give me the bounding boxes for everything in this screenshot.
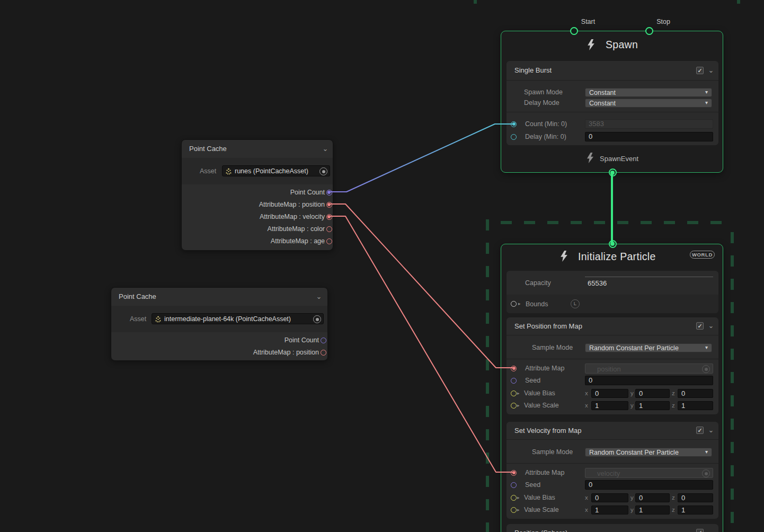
output-port-point-count[interactable] (321, 338, 326, 343)
output-port-attributemap-position[interactable] (326, 202, 332, 208)
axis-label-z: z (672, 388, 675, 398)
node-header[interactable]: Point Cache (182, 140, 333, 158)
input-port-bounds[interactable] (511, 301, 517, 307)
lightning-icon (586, 153, 594, 163)
block-enabled-checkbox[interactable] (696, 322, 704, 330)
local-space-badge[interactable]: L (571, 299, 580, 308)
position-sphere-block[interactable]: Position (Sphere) (507, 524, 718, 532)
point-cache-asset-icon (225, 167, 232, 174)
sample-mode-value: Random Constant Per Particle (589, 344, 679, 352)
axis-label-y: y (630, 401, 634, 410)
input-port-value-bias[interactable] (511, 495, 517, 501)
delay-mode-label: Delay Mode (524, 98, 559, 108)
value-bias-z-field[interactable]: 0 (678, 389, 713, 398)
expander-triangle-icon[interactable] (517, 505, 520, 515)
value-scale-x-field[interactable]: 1 (591, 401, 628, 410)
output-label-attributemap-velocity: AttributeMap : velocity (260, 212, 325, 221)
output-port-attributemap-color[interactable] (326, 226, 332, 232)
expander-triangle-icon[interactable] (518, 299, 521, 308)
object-picker-icon[interactable] (702, 469, 710, 477)
value-bias-z-field[interactable]: 0 (678, 493, 713, 502)
world-space-badge[interactable]: WORLD (690, 251, 715, 259)
output-port-attributemap-position[interactable] (321, 350, 326, 356)
lightning-icon (559, 251, 568, 262)
block-chevron-icon[interactable] (707, 322, 715, 330)
sample-mode-label: Sample Mode (532, 447, 573, 457)
input-port-seed[interactable] (511, 378, 517, 384)
value-scale-z-field[interactable]: 1 (678, 401, 713, 410)
flow-input-port-start[interactable] (570, 27, 578, 35)
output-port-attributemap-age[interactable] (326, 238, 332, 244)
asset-label: Asset (200, 166, 216, 176)
outputs-section: Point Count AttributeMap : position Attr… (182, 184, 333, 250)
asset-object-field[interactable]: runes (PointCacheAsset) (222, 165, 330, 176)
flow-output-port-spawnevent[interactable] (609, 169, 617, 176)
point-cache-node-planet[interactable]: Point Cache Asset intermediate-planet-64… (111, 287, 328, 360)
asset-label: Asset (130, 314, 146, 324)
seed-label: Seed (525, 376, 540, 385)
input-port-attribute-map[interactable] (511, 470, 517, 476)
delay-mode-dropdown[interactable]: Constant (585, 99, 712, 108)
edge-point-count-to-count[interactable] (330, 124, 513, 192)
value-bias-x-field[interactable]: 0 (591, 389, 628, 398)
expander-triangle-icon[interactable] (517, 401, 520, 410)
spawn-mode-dropdown[interactable]: Constant (585, 88, 712, 97)
edge-velocity-to-attribute-map[interactable] (330, 216, 513, 472)
value-bias-label: Value Bias (524, 388, 555, 398)
sample-mode-dropdown[interactable]: Random Constant Per Particle (585, 448, 712, 457)
capacity-field[interactable]: 65536 (585, 277, 713, 289)
input-port-value-bias[interactable] (511, 391, 517, 396)
input-port-delay[interactable] (511, 134, 517, 140)
set-velocity-from-map-block[interactable]: Set Velocity from Map Sample Mode Random… (507, 422, 718, 519)
expander-triangle-icon[interactable] (517, 493, 520, 502)
block-enabled-checkbox[interactable] (696, 529, 704, 532)
delay-field[interactable]: 0 (585, 132, 713, 141)
value-scale-x-field[interactable]: 1 (591, 506, 628, 515)
flow-input-port[interactable] (609, 240, 617, 248)
output-port-point-count[interactable] (326, 190, 332, 196)
seed-field[interactable]: 0 (585, 376, 713, 385)
input-port-count[interactable] (511, 121, 517, 127)
object-picker-icon[interactable] (702, 365, 710, 373)
value-scale-z-field[interactable]: 1 (678, 506, 713, 515)
output-port-attributemap-velocity[interactable] (326, 214, 332, 220)
value-scale-label: Value Scale (524, 505, 559, 515)
seed-field[interactable]: 0 (585, 480, 713, 490)
axis-label-z: z (672, 401, 675, 410)
spawn-context-node[interactable]: Start Stop Spawn Single Burst Spawn Mode… (501, 31, 723, 173)
object-picker-icon[interactable] (313, 315, 321, 323)
attribute-map-field[interactable]: velocity (585, 468, 713, 478)
input-port-seed[interactable] (511, 482, 517, 488)
value-bias-x-field[interactable]: 0 (591, 493, 628, 502)
block-enabled-checkbox[interactable] (696, 427, 704, 434)
input-port-value-scale[interactable] (511, 403, 517, 409)
block-chevron-icon[interactable] (707, 427, 715, 434)
expander-triangle-icon[interactable] (517, 388, 520, 398)
block-chevron-icon[interactable] (707, 67, 715, 74)
input-port-value-scale[interactable] (511, 507, 517, 513)
input-port-attribute-map[interactable] (511, 366, 517, 371)
collapse-chevron-icon[interactable] (315, 293, 323, 300)
attribute-map-field[interactable]: position (585, 363, 713, 374)
count-field[interactable]: 3583 (585, 119, 713, 129)
node-header[interactable]: Point Cache (111, 288, 327, 306)
block-chevron-icon[interactable] (707, 529, 715, 532)
value-scale-y-field[interactable]: 1 (635, 506, 670, 515)
object-picker-icon[interactable] (319, 167, 327, 175)
output-label-attributemap-color: AttributeMap : color (268, 224, 325, 234)
set-position-from-map-block[interactable]: Set Position from Map Sample Mode Random… (507, 317, 718, 414)
output-label-point-count: Point Count (285, 335, 319, 345)
asset-object-field[interactable]: intermediate-planet-64k (PointCacheAsset… (152, 313, 324, 324)
sample-mode-dropdown[interactable]: Random Constant Per Particle (585, 343, 712, 352)
initialize-particle-context-node[interactable]: Initialize Particle WORLD Capacity 65536… (501, 244, 723, 532)
block-enabled-checkbox[interactable] (696, 67, 704, 74)
value-scale-y-field[interactable]: 1 (635, 401, 670, 410)
value-bias-y-field[interactable]: 0 (635, 493, 670, 502)
flow-input-port-stop[interactable] (645, 27, 653, 35)
value-bias-y-field[interactable]: 0 (635, 389, 670, 398)
collapse-chevron-icon[interactable] (321, 145, 330, 153)
vfx-graph-canvas[interactable]: Point Cache Asset runes (PointCacheAsset… (0, 0, 764, 532)
point-cache-node-runes[interactable]: Point Cache Asset runes (PointCacheAsset… (181, 139, 333, 250)
single-burst-block[interactable]: Single Burst Spawn Mode Constant Delay M… (507, 61, 718, 145)
edge-position-to-attribute-map[interactable] (330, 204, 513, 368)
